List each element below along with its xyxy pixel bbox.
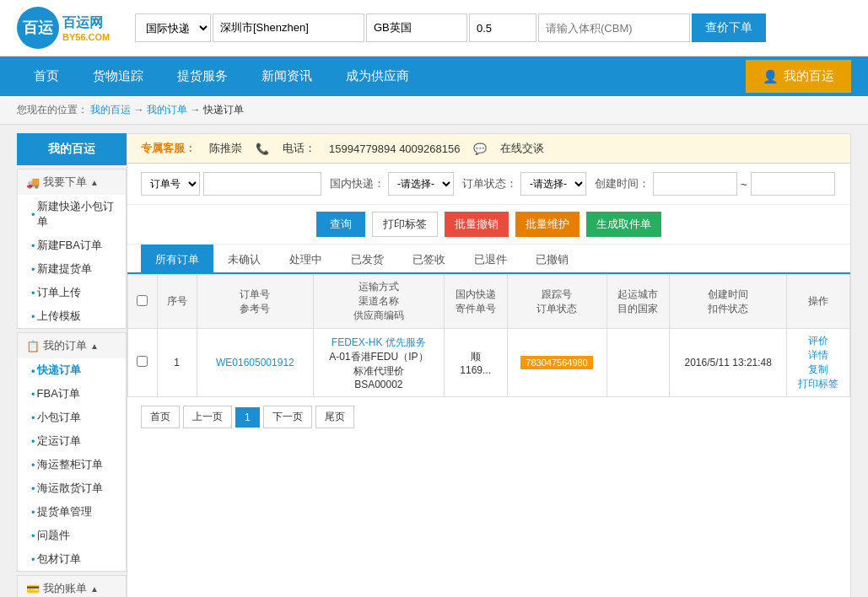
sidebar-item-express-order[interactable]: 新建快递小包订单	[18, 195, 126, 234]
sidebar-section-billing: 💳 我的账单 ▲ 账单查询 制作账单	[17, 575, 127, 597]
order-type-select[interactable]: 订单号	[141, 172, 200, 196]
sidebar-item-upload-template[interactable]: 上传模板	[18, 304, 126, 328]
city-input[interactable]	[213, 13, 364, 42]
sidebar-item-issues[interactable]: 问题件	[18, 524, 126, 547]
tab-shipped[interactable]: 已发货	[337, 245, 398, 274]
channel-sub: 标准代理价	[321, 364, 437, 379]
cbm-input[interactable]	[538, 13, 690, 42]
row-cities	[607, 329, 670, 397]
my-account-button[interactable]: 👤 我的百运	[746, 60, 851, 93]
row-ops: 评价 详情 复制 打印标签	[787, 329, 850, 397]
shipping-method: FEDEX-HK 优先服务	[321, 336, 437, 350]
truck-icon: 🚚	[26, 176, 40, 189]
select-all-checkbox[interactable]	[137, 295, 148, 306]
row-tracking: 783047564980	[507, 329, 607, 397]
sidebar-section-billing-label: 我的账单	[43, 581, 87, 596]
op-evaluate[interactable]: 评价	[794, 334, 843, 348]
nav-news[interactable]: 新闻资讯	[245, 56, 329, 96]
col-checkbox	[128, 275, 158, 329]
op-print[interactable]: 打印标签	[794, 377, 843, 391]
sidebar-item-sea-fcl[interactable]: 海运整柜订单	[18, 453, 126, 476]
sidebar-item-small-pkg[interactable]: 小包订单	[18, 406, 126, 429]
batch-maintain-button[interactable]: 批量维护	[515, 212, 580, 237]
sidebar-section-my-orders: 📋 我的订单 ▲ 快递订单 FBA订单 小包订单 定运订单 海运整柜订单 海运散…	[17, 332, 127, 572]
cs-phone: 15994779894 4009268156	[329, 143, 460, 155]
order-no-link[interactable]: WE01605001912	[216, 357, 294, 368]
cs-agent-name: 陈推崇	[209, 141, 242, 156]
logo-sub: BY56.COM	[62, 32, 110, 42]
sidebar-item-pickup-mgmt[interactable]: 提货单管理	[18, 500, 126, 524]
print-label-button[interactable]: 打印标签	[372, 212, 438, 237]
sidebar-item-upload-order[interactable]: 订单上传	[18, 281, 126, 304]
tracking-no-button[interactable]: 783047564980	[520, 356, 592, 369]
status-select[interactable]: -请选择-	[520, 172, 586, 196]
tab-unconfirmed[interactable]: 未确认	[213, 245, 275, 274]
bill-icon: 💳	[26, 583, 40, 595]
nav-home[interactable]: 首页	[17, 56, 76, 96]
my-account-label: 我的百运	[784, 68, 834, 84]
domestic-filter-group: 国内快递： -请选择-	[330, 172, 454, 196]
tab-cancelled[interactable]: 已撤销	[521, 245, 583, 274]
breadcrumb-current: 快递订单	[203, 104, 244, 116]
chevron-icon-2: ▲	[90, 342, 99, 351]
country-input[interactable]	[366, 13, 467, 42]
nav-pickup[interactable]: 提货服务	[160, 56, 245, 96]
tab-received[interactable]: 已签收	[398, 245, 460, 274]
status-label: 订单状态：	[462, 176, 517, 191]
sidebar-section-billing-header[interactable]: 💳 我的账单 ▲	[18, 576, 126, 597]
breadcrumb-home[interactable]: 我的百运	[90, 104, 131, 116]
op-copy[interactable]: 复制	[794, 363, 843, 377]
op-detail[interactable]: 详情	[794, 348, 843, 363]
col-cities: 起运城市目的国家	[607, 275, 670, 329]
sidebar: 我的百运 🚚 我要下单 ▲ 新建快递小包订单 新建FBA订单 新建提货单 订单上…	[17, 133, 127, 597]
date-to-input[interactable]	[751, 172, 835, 196]
sidebar-item-fixed-route[interactable]: 定运订单	[18, 429, 126, 453]
nav-tracking[interactable]: 货物追踪	[76, 56, 160, 96]
generate-pickup-button[interactable]: 生成取件单	[586, 212, 661, 237]
domestic-select[interactable]: -请选择-	[388, 172, 454, 196]
orders-table: 序号 订单号参考号 运输方式渠道名称供应商编码 国内快递寄件单号 跟踪号订单状态…	[127, 274, 850, 397]
page-last-button[interactable]: 尾页	[315, 406, 354, 428]
sidebar-item-fba-order[interactable]: 新建FBA订单	[18, 234, 126, 257]
page-first-button[interactable]: 首页	[141, 406, 180, 428]
domestic-label: 国内快递：	[330, 176, 385, 191]
tabs: 所有订单 未确认 处理中 已发货 已签收 已退件 已撤销	[127, 245, 850, 274]
col-domestic: 国内快递寄件单号	[444, 275, 507, 329]
sidebar-section-order-header[interactable]: 🚚 我要下单 ▲	[18, 169, 126, 195]
query-button[interactable]: 查询	[316, 212, 365, 237]
shipping-type-select[interactable]: 国际快递	[135, 13, 211, 42]
search-button[interactable]: 查价下单	[692, 13, 766, 42]
row-shipping: FEDEX-HK 优先服务 A-01香港FEDU（IP） 标准代理价 BSA00…	[313, 329, 444, 397]
tab-processing[interactable]: 处理中	[275, 245, 337, 274]
sidebar-title: 我的百运	[17, 133, 127, 165]
col-tracking: 跟踪号订单状态	[507, 275, 607, 329]
date-filter-group: 创建时间： ~	[595, 172, 835, 196]
breadcrumb-orders[interactable]: 我的订单	[147, 104, 187, 116]
nav-supplier[interactable]: 成为供应商	[329, 56, 426, 96]
search-bar: 国际快递 查价下单	[135, 13, 851, 42]
weight-input[interactable]	[469, 13, 536, 42]
row-select-checkbox[interactable]	[137, 356, 148, 367]
row-checkbox	[128, 329, 158, 397]
order-input[interactable]	[203, 172, 321, 196]
sidebar-section-my-orders-header[interactable]: 📋 我的订单 ▲	[18, 333, 126, 358]
supplier-code: BSA00002	[321, 379, 437, 390]
page-next-button[interactable]: 下一页	[263, 406, 312, 428]
chat-icon: 💬	[473, 143, 487, 155]
page-prev-button[interactable]: 上一页	[183, 406, 232, 428]
cs-chat-link[interactable]: 在线交谈	[500, 141, 544, 156]
date-from-input[interactable]	[653, 172, 737, 196]
sidebar-item-packaging[interactable]: 包材订单	[18, 547, 126, 571]
cs-bar: 专属客服： 陈推崇 📞 电话： 15994779894 4009268156 💬…	[127, 134, 850, 164]
sidebar-item-fba[interactable]: FBA订单	[18, 382, 126, 406]
action-bar: 查询 打印标签 批量撤销 批量维护 生成取件单	[127, 205, 850, 245]
tab-all[interactable]: 所有订单	[141, 245, 213, 274]
tab-returned[interactable]: 已退件	[460, 245, 521, 274]
sidebar-item-courier[interactable]: 快递订单	[18, 358, 126, 382]
cs-phone-label: 电话：	[283, 141, 315, 156]
page-current-button[interactable]: 1	[235, 407, 260, 428]
sidebar-item-pickup-order[interactable]: 新建提货单	[18, 257, 126, 281]
chevron-icon: ▲	[90, 178, 99, 187]
batch-cancel-button[interactable]: 批量撤销	[445, 212, 509, 237]
sidebar-item-sea-lcl[interactable]: 海运散货订单	[18, 476, 126, 500]
